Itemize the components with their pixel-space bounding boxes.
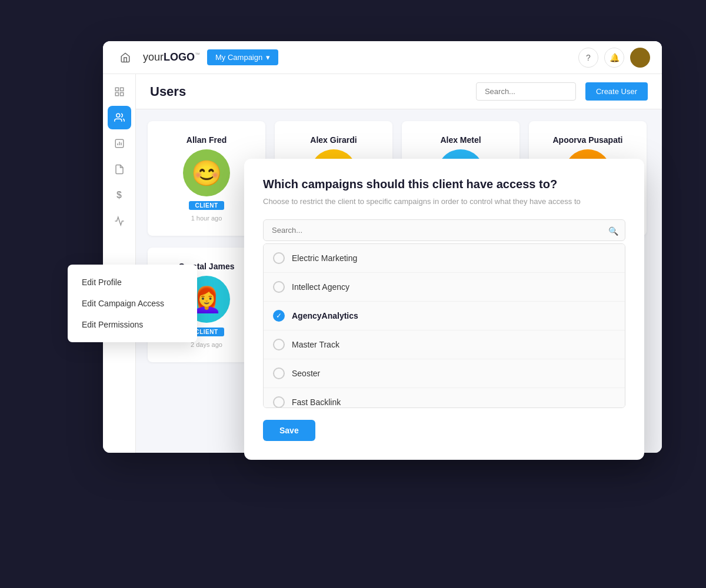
- campaign-selector[interactable]: My Campaign ▾: [207, 49, 278, 65]
- user-badge: CLIENT: [189, 201, 224, 210]
- svg-point-4: [116, 113, 119, 117]
- campaign-checkbox-master[interactable]: [273, 339, 285, 350]
- sidebar-item-activity[interactable]: [108, 209, 131, 233]
- svg-rect-0: [115, 88, 118, 91]
- campaign-name: Fast Backlink: [292, 397, 341, 407]
- menu-item-edit-profile[interactable]: Edit Profile: [68, 272, 197, 293]
- sidebar: $: [103, 74, 136, 453]
- search-icon: 🔍: [608, 226, 618, 236]
- user-avatar-nav[interactable]: [630, 48, 650, 68]
- campaign-name: Seoster: [292, 369, 320, 378]
- campaign-checkbox-intellect[interactable]: [273, 281, 285, 293]
- top-nav: yourLOGO™ My Campaign ▾ ? 🔔: [103, 41, 662, 74]
- svg-rect-3: [120, 93, 123, 96]
- menu-item-edit-campaign-access[interactable]: Edit Campaign Access: [68, 293, 197, 314]
- modal-title: Which campaigns should this client have …: [263, 178, 625, 191]
- sidebar-item-dashboard[interactable]: [108, 80, 131, 103]
- logo: yourLOGO™: [143, 51, 200, 64]
- home-icon[interactable]: [115, 47, 136, 68]
- avatar-allan: 😊: [183, 149, 230, 196]
- create-user-button[interactable]: Create User: [585, 82, 648, 101]
- search-input[interactable]: [476, 82, 576, 101]
- page-header: Users Create User: [136, 74, 662, 109]
- help-icon[interactable]: ?: [578, 48, 598, 68]
- nav-icons: ? 🔔: [578, 48, 650, 68]
- context-menu: Edit Profile Edit Campaign Access Edit P…: [68, 265, 197, 342]
- campaign-item-seoster[interactable]: Seoster: [264, 359, 625, 388]
- notifications-icon[interactable]: 🔔: [604, 48, 624, 68]
- campaign-item-agency[interactable]: ✓ AgencyAnalytics: [264, 302, 625, 330]
- user-name: Alex Girardi: [310, 135, 357, 145]
- campaign-checkbox-fastbacklink[interactable]: [273, 396, 285, 408]
- modal-search-wrap: 🔍: [263, 219, 625, 243]
- svg-rect-1: [120, 88, 123, 91]
- user-time: 2 days ago: [191, 341, 222, 348]
- campaign-name: Master Track: [292, 340, 339, 349]
- campaign-name: Intellect Agency: [292, 282, 349, 292]
- sidebar-item-users[interactable]: [108, 106, 131, 129]
- sidebar-item-reports[interactable]: [108, 132, 131, 155]
- logo-area: yourLOGO™ My Campaign ▾: [115, 47, 278, 68]
- search-wrap: [476, 82, 576, 101]
- chevron-down-icon: ▾: [266, 53, 270, 62]
- menu-item-edit-permissions[interactable]: Edit Permissions: [68, 314, 197, 335]
- campaign-access-modal: Which campaigns should this client have …: [244, 159, 644, 460]
- campaign-name: AgencyAnalytics: [292, 311, 358, 320]
- user-name: Alex Metel: [440, 135, 481, 145]
- sidebar-item-campaigns[interactable]: [108, 158, 131, 181]
- svg-rect-2: [115, 93, 118, 96]
- user-time: 1 hour ago: [191, 215, 222, 222]
- user-name: Allan Fred: [187, 135, 227, 145]
- campaign-item-electric[interactable]: Electric Marketing: [264, 244, 625, 273]
- campaign-item-intellect[interactable]: Intellect Agency: [264, 273, 625, 302]
- campaign-name: Electric Marketing: [292, 253, 357, 263]
- campaign-item-fastbacklink[interactable]: Fast Backlink: [264, 388, 625, 408]
- campaign-checkbox-agency[interactable]: ✓: [273, 310, 285, 322]
- campaign-checkbox-seoster[interactable]: [273, 368, 285, 379]
- modal-subtitle: Choose to restrict the client to specifi…: [263, 196, 625, 208]
- campaign-list: Electric Marketing Intellect Agency ✓ Ag…: [263, 243, 625, 408]
- page-title: Users: [150, 84, 467, 99]
- modal-search-input[interactable]: [263, 219, 625, 241]
- campaign-checkbox-electric[interactable]: [273, 252, 285, 264]
- dollar-icon: $: [116, 190, 122, 201]
- campaign-item-master[interactable]: Master Track: [264, 330, 625, 359]
- user-name: Apoorva Pusapati: [552, 135, 622, 145]
- sidebar-item-billing[interactable]: $: [108, 183, 131, 207]
- modal-save-button[interactable]: Save: [263, 420, 315, 441]
